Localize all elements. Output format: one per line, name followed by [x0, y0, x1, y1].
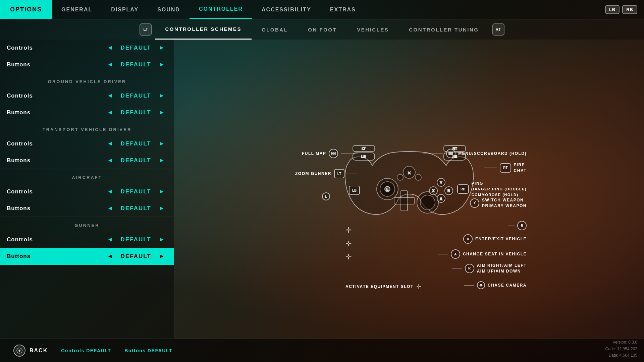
aircraft-header: AIRCRAFT	[0, 169, 174, 183]
nav-extras[interactable]: EXTRAS	[321, 0, 365, 19]
bottom-buttons-info: Buttons DEFAULT	[124, 348, 172, 353]
full-map-badge	[329, 149, 338, 158]
aircraft-controls-value: DEFAULT	[116, 188, 156, 195]
on-foot-controls-left-arrow[interactable]: ◄	[104, 44, 116, 51]
rb-bumper[interactable]: RB	[622, 5, 637, 14]
on-foot-buttons-left-arrow[interactable]: ◄	[104, 61, 116, 68]
nav-accessibility[interactable]: ACCESSIBILITY	[252, 0, 321, 19]
x-badge: X	[463, 234, 473, 244]
ground-buttons-label: Buttons	[7, 109, 104, 116]
on-foot-buttons-row[interactable]: Buttons ◄ DEFAULT ►	[0, 56, 174, 73]
ping-group: RB PINGDANGER PING (DOUBLE)COMMOROSE (HO…	[444, 181, 527, 197]
transport-buttons-left-arrow[interactable]: ◄	[104, 157, 116, 164]
ground-buttons-row[interactable]: Buttons ◄ DEFAULT ►	[0, 104, 174, 121]
gunner-controls-value: DEFAULT	[116, 236, 156, 243]
menu-line	[423, 154, 443, 154]
gunner-controls-row[interactable]: Controls ◄ DEFAULT ►	[0, 231, 174, 248]
rt-button[interactable]: RT	[492, 23, 504, 36]
ground-buttons-right-arrow[interactable]: ►	[156, 109, 167, 116]
b-badge: B	[517, 221, 527, 230]
transport-buttons-row[interactable]: Buttons ◄ DEFAULT ►	[0, 152, 174, 169]
full-map-text: FULL MAP	[302, 151, 326, 157]
transport-vehicle-header: TRANSPORT VEHICLE DRIVER	[0, 121, 174, 135]
back-button[interactable]: BACK	[13, 345, 48, 357]
nav-sound[interactable]: SOUND	[148, 0, 190, 19]
change-seat-text: CHANGE SEAT IN VEHICLE	[463, 251, 527, 257]
aircraft-buttons-row[interactable]: Buttons ◄ DEFAULT ►	[0, 200, 174, 217]
svg-rect-28	[331, 152, 333, 154]
options-tab[interactable]: OPTIONS	[0, 0, 52, 19]
ground-controls-left-arrow[interactable]: ◄	[104, 92, 116, 99]
left-panel: Controls ◄ DEFAULT ► Buttons ◄ DEFAULT ►…	[0, 40, 174, 339]
aircraft-buttons-label: Buttons	[7, 205, 104, 212]
svg-text:LB: LB	[361, 155, 366, 159]
enter-exit-text: ENTER/EXIT VEHICLE	[475, 236, 527, 242]
gunner-buttons-value: DEFAULT	[116, 253, 156, 260]
aircraft-controls-right-arrow[interactable]: ►	[156, 188, 167, 195]
nav-general[interactable]: GENERAL	[52, 0, 102, 19]
svg-text:LT: LT	[362, 147, 365, 150]
on-foot-controls-right-arrow[interactable]: ►	[156, 44, 167, 51]
gunner-buttons-row[interactable]: Buttons ◄ DEFAULT ►	[0, 248, 174, 265]
lb-standalone-badge: LB	[349, 186, 360, 195]
zoom-gunner-label-group: ZOOM GUNNER LT	[295, 169, 357, 178]
full-map-line	[341, 154, 358, 154]
nav-bumpers: LB RB	[605, 5, 644, 14]
activate-equipment-icon: ✛	[416, 283, 421, 290]
gunner-controls-right-arrow[interactable]: ►	[156, 236, 167, 243]
on-foot-buttons-right-arrow[interactable]: ►	[156, 61, 167, 68]
sub-tab-controller-tuning[interactable]: CONTROLLER TUNING	[399, 19, 489, 40]
r2-badge	[477, 281, 485, 289]
fire-chat-text: FIRECHAT	[514, 162, 527, 174]
aircraft-buttons-left-arrow[interactable]: ◄	[104, 205, 116, 212]
transport-controls-right-arrow[interactable]: ►	[156, 140, 167, 147]
gunner-buttons-right-arrow[interactable]: ►	[156, 253, 167, 260]
equipment-icons: ✛ ✛ ✛	[345, 226, 352, 261]
svg-text:✕: ✕	[407, 170, 411, 176]
gunner-controls-left-arrow[interactable]: ◄	[104, 236, 116, 243]
sub-tab-controller-schemes[interactable]: CONTROLLER SCHEMES	[155, 19, 252, 40]
on-foot-controls-row[interactable]: Controls ◄ DEFAULT ►	[0, 40, 174, 56]
lb-standalone-group: LB	[349, 186, 360, 195]
aircraft-buttons-right-arrow[interactable]: ►	[156, 205, 167, 212]
activate-equipment-group: ACTIVATE EQUIPMENT SLOT ✛	[345, 283, 421, 290]
version-line1: Version: 0.3.0	[605, 339, 637, 346]
sub-tab-on-foot[interactable]: ON FOOT	[298, 19, 347, 40]
ground-controls-row[interactable]: Controls ◄ DEFAULT ►	[0, 87, 174, 104]
transport-buttons-right-arrow[interactable]: ►	[156, 157, 167, 164]
aim-group: R AIM RIGHT/AIM LEFTAIM UP/AIM DOWN	[452, 263, 527, 274]
nav-controller[interactable]: CONTROLLER	[190, 0, 252, 19]
switch-weapon-group: Y SWITCH WEAPONPRIMARY WEAPON	[457, 197, 527, 209]
aircraft-controls-row[interactable]: Controls ◄ DEFAULT ►	[0, 183, 174, 200]
zoom-gunner-text: ZOOM GUNNER	[295, 171, 331, 177]
sub-tab-vehicles[interactable]: VEHICLES	[347, 19, 399, 40]
transport-controls-row[interactable]: Controls ◄ DEFAULT ►	[0, 135, 174, 152]
ground-buttons-left-arrow[interactable]: ◄	[104, 109, 116, 116]
transport-controls-left-arrow[interactable]: ◄	[104, 140, 116, 147]
lt-button[interactable]: LT	[140, 23, 152, 36]
l-badge: L	[322, 192, 330, 200]
buttons-label: Buttons	[124, 348, 146, 353]
a-badge: A	[451, 249, 460, 259]
chase-line	[464, 285, 474, 286]
full-map-label-group: FULL MAP	[302, 149, 358, 158]
svg-rect-30	[331, 154, 333, 155]
ground-controls-right-arrow[interactable]: ►	[156, 92, 167, 99]
on-foot-controls-label: Controls	[7, 45, 104, 51]
sub-tab-global[interactable]: GLOBAL	[252, 19, 298, 40]
equipment-icon-2: ✛	[345, 239, 352, 248]
panel-scroll[interactable]: Controls ◄ DEFAULT ► Buttons ◄ DEFAULT ►…	[0, 40, 174, 339]
gunner-buttons-left-arrow[interactable]: ◄	[104, 253, 116, 260]
nav-display[interactable]: DISPLAY	[102, 0, 148, 19]
bottom-controls-info: Controls DEFAULT	[61, 348, 111, 353]
svg-text:Y: Y	[440, 181, 442, 185]
svg-rect-31	[334, 154, 335, 155]
svg-text:X: X	[432, 189, 435, 193]
on-foot-buttons-value: DEFAULT	[116, 61, 156, 68]
lt-badge-zoom: LT	[334, 169, 344, 178]
rb-badge-ping: RB	[457, 184, 469, 194]
aircraft-controls-left-arrow[interactable]: ◄	[104, 188, 116, 195]
svg-text:A: A	[440, 197, 442, 201]
lb-bumper[interactable]: LB	[605, 5, 620, 14]
svg-rect-5	[394, 197, 414, 204]
